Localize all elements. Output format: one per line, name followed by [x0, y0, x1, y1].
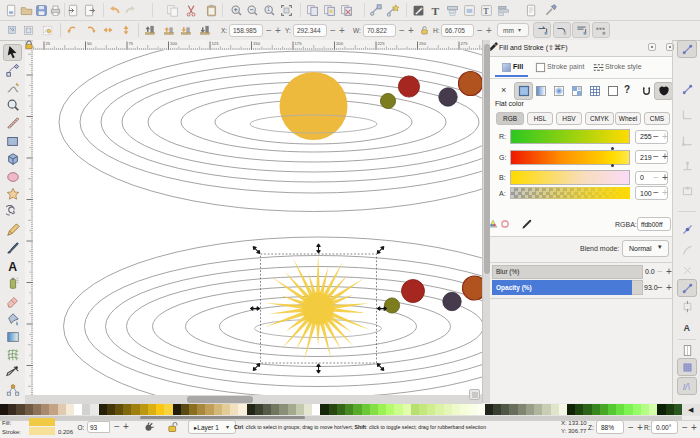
svg-text:250: 250: [419, 41, 427, 46]
svg-text:100: 100: [170, 41, 178, 46]
svg-text:50: 50: [87, 41, 92, 46]
svg-text:150: 150: [253, 41, 261, 46]
svg-text:T: T: [431, 4, 439, 16]
svg-text:1: 1: [267, 7, 270, 12]
svg-text:A: A: [683, 322, 690, 332]
svg-text:225: 225: [378, 41, 386, 46]
svg-text:175: 175: [295, 41, 303, 46]
svg-text:125: 125: [212, 41, 220, 46]
svg-text:T: T: [483, 6, 489, 15]
svg-text:25: 25: [46, 41, 51, 46]
svg-text:200: 200: [336, 41, 344, 46]
svg-text:75: 75: [129, 41, 134, 46]
svg-text:A: A: [8, 259, 17, 272]
svg-text:I/\: I/\: [682, 381, 690, 391]
svg-text:275: 275: [461, 41, 469, 46]
